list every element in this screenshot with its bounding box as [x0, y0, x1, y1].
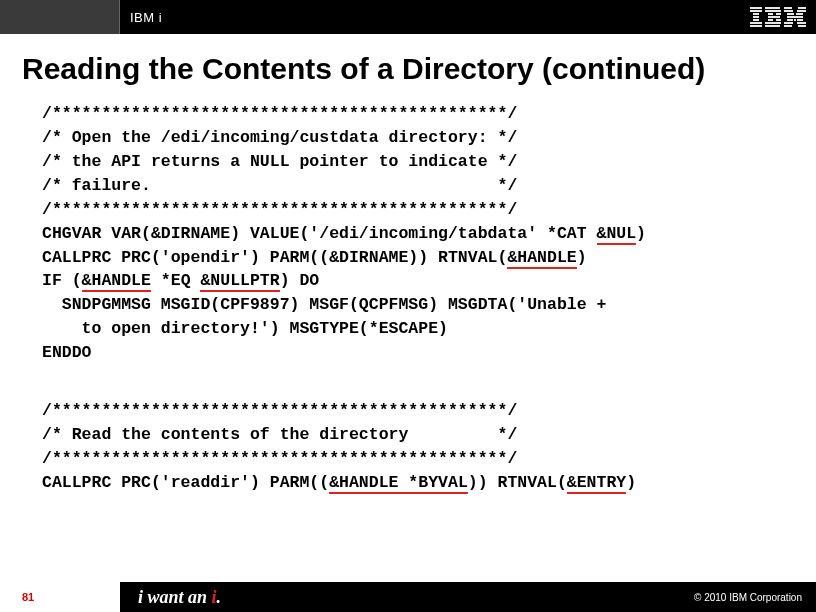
code-line: /* failure. */: [42, 176, 517, 195]
code-line: /***************************************…: [42, 104, 517, 123]
code-line: /* Open the /edi/incoming/custdata direc…: [42, 128, 517, 147]
highlight: &HANDLE *BYVAL: [329, 473, 468, 494]
svg-rect-22: [787, 16, 803, 18]
code-line: /***************************************…: [42, 200, 517, 219]
svg-rect-17: [798, 7, 806, 9]
svg-rect-2: [753, 13, 759, 15]
svg-rect-4: [753, 19, 759, 21]
svg-rect-8: [765, 10, 781, 12]
code-line: CALLPRC PRC('readdir') PARM((&HANDLE *BY…: [42, 473, 636, 494]
svg-rect-9: [768, 13, 773, 15]
svg-rect-10: [776, 13, 781, 15]
highlight: &HANDLE: [82, 271, 151, 292]
code-line: /* Read the contents of the directory */: [42, 425, 517, 444]
svg-rect-26: [784, 22, 793, 24]
header-bar: IBM i: [0, 0, 816, 34]
svg-rect-25: [797, 19, 803, 21]
svg-rect-11: [768, 16, 780, 18]
highlight: &HANDLE: [507, 248, 576, 269]
highlight: &NULLPTR: [200, 271, 279, 292]
svg-rect-23: [787, 19, 793, 21]
svg-rect-1: [750, 10, 762, 12]
svg-rect-3: [753, 16, 759, 18]
svg-rect-29: [798, 25, 806, 27]
svg-rect-20: [787, 13, 794, 15]
footer-bar: 81 i want an i. © 2010 IBM Corporation: [0, 582, 816, 612]
svg-rect-15: [765, 25, 780, 27]
svg-rect-7: [765, 7, 780, 9]
code-line: to open directory!') MSGTYPE(*ESCAPE): [42, 319, 448, 338]
svg-rect-13: [776, 19, 781, 21]
code-line: ENDDO: [42, 343, 92, 362]
ibm-logo-icon: [750, 7, 806, 27]
code-block-2: /***************************************…: [0, 393, 816, 503]
svg-rect-24: [794, 19, 796, 21]
product-name: IBM i: [130, 10, 162, 25]
code-line: /***************************************…: [42, 401, 517, 420]
svg-rect-14: [765, 22, 781, 24]
code-line: SNDPGMMSG MSGID(CPF9897) MSGF(QCPFMSG) M…: [42, 295, 606, 314]
svg-rect-28: [784, 25, 792, 27]
page-title: Reading the Contents of a Directory (con…: [0, 34, 816, 96]
tagline: i want an i.: [120, 587, 221, 608]
header-gray-block: [0, 0, 120, 34]
svg-rect-21: [796, 13, 803, 15]
page-number: 81: [0, 591, 120, 603]
svg-rect-19: [797, 10, 806, 12]
svg-rect-6: [750, 25, 762, 27]
code-line: CALLPRC PRC('opendir') PARM((&DIRNAME)) …: [42, 248, 587, 269]
code-line: /***************************************…: [42, 449, 517, 468]
svg-rect-5: [750, 22, 762, 24]
code-line: /* the API returns a NULL pointer to ind…: [42, 152, 517, 171]
header-left: IBM i: [0, 0, 162, 34]
highlight: &NUL: [597, 224, 637, 245]
svg-rect-27: [797, 22, 806, 24]
svg-rect-16: [784, 7, 792, 9]
code-line: CHGVAR VAR(&DIRNAME) VALUE('/edi/incomin…: [42, 224, 646, 245]
code-block-1: /***************************************…: [0, 96, 816, 373]
code-line: IF (&HANDLE *EQ &NULLPTR) DO: [42, 271, 319, 292]
svg-rect-18: [784, 10, 793, 12]
copyright: © 2010 IBM Corporation: [694, 592, 816, 603]
svg-rect-12: [768, 19, 773, 21]
highlight: &ENTRY: [567, 473, 626, 494]
svg-rect-0: [750, 7, 762, 9]
